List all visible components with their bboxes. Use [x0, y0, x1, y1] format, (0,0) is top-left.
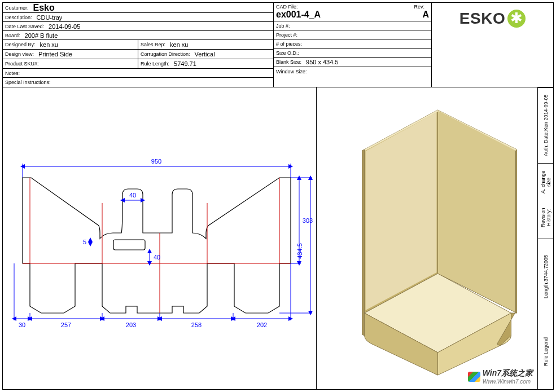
drawing-area: 950 303 434.5 — [3, 87, 553, 389]
dim-panel3: 203 — [126, 321, 136, 328]
svg-rect-3 — [113, 240, 145, 250]
dim-height-total: 434.5 — [296, 243, 303, 259]
dim-notch-w: 40 — [129, 192, 136, 199]
svg-marker-35 — [362, 149, 365, 336]
row-description: Description: CDU-tray — [3, 13, 273, 22]
label-salesrep: Sales Rep: — [141, 42, 165, 47]
sidebar-revhistory: Revision History: A. change size — [538, 163, 553, 239]
row-blanksize: Blank Size: 950 x 434.5 — [274, 58, 431, 67]
value-datesaved: 2014-09-05 — [49, 23, 80, 30]
titleblock-middle: CAD File: ex001-4_A Rev: A Job #: Projec… — [274, 3, 432, 87]
watermark-line1: Win7系统之家 — [483, 368, 533, 378]
revision-sidebar: Auth: Date: Ken 2014-09-05 Revision Hist… — [537, 87, 553, 389]
value-designview: Printed Side — [38, 51, 72, 58]
row-designedby-salesrep: Designed By: ken xu Sales Rep: ken xu — [3, 40, 273, 50]
label-blanksize: Blank Size: — [276, 59, 301, 65]
row-job: Job #: — [274, 21, 431, 30]
label-notes: Notes: — [5, 71, 20, 76]
label-designview: Design view: — [5, 51, 34, 57]
label-job: Job #: — [276, 23, 290, 29]
sidebar-auth: Auth: Date: Ken 2014-09-05 — [538, 87, 553, 163]
row-special: Special Instructions: — [3, 78, 273, 87]
label-windowsize: Window Size: — [276, 69, 307, 74]
dim-panel2: 257 — [61, 321, 71, 328]
watermark-flag-icon — [468, 372, 480, 382]
label-customer: Customer: — [5, 5, 29, 11]
dieline-svg: 950 303 434.5 — [3, 87, 316, 392]
value-customer: Esko — [33, 3, 55, 13]
sidebar-length: Length: 3744.7 2005 — [538, 239, 553, 314]
title-block: Customer: Esko Description: CDU-tray Dat… — [3, 3, 553, 87]
label-description: Description: — [5, 15, 32, 20]
row-designview-corrdir: Design view: Printed Side Corrugation Di… — [3, 50, 273, 59]
dim-tab: 5 — [83, 239, 86, 245]
row-sku-rulelen: Product SKU#: Rule Length: 5749.71 — [3, 59, 273, 69]
row-cadfile: CAD File: ex001-4_A Rev: A — [274, 3, 431, 21]
label-datesaved: Date Last Saved: — [5, 24, 44, 29]
watermark: Win7系统之家 Www.Winwin7.com — [468, 368, 533, 385]
label-rulelen: Rule Length: — [141, 61, 169, 67]
value-description: CDU-tray — [37, 14, 63, 21]
dim-notch-h: 40 — [154, 254, 160, 261]
logo-text: ESKO — [459, 10, 505, 28]
value-blanksize: 950 x 434.5 — [306, 59, 339, 65]
titleblock-logo-cell: ESKO — [432, 3, 553, 87]
value-designedby: ken xu — [40, 41, 58, 48]
dim-height-upper: 303 — [303, 217, 313, 224]
row-notes: Notes: — [3, 69, 273, 78]
watermark-line2: Www.Winwin7.com — [483, 378, 533, 385]
drawing-sheet: Customer: Esko Description: CDU-tray Dat… — [2, 2, 554, 390]
row-sizeod: Size O.D.: — [274, 49, 431, 58]
row-pieces: # of pieces: — [274, 39, 431, 49]
row-windowsize: Window Size: — [274, 67, 431, 76]
label-sku: Product SKU#: — [5, 61, 39, 67]
row-board: Board: 200# B flute — [3, 31, 273, 40]
esko-logo: ESKO — [459, 10, 526, 28]
row-datesaved: Date Last Saved: 2014-09-05 — [3, 22, 273, 31]
row-project: Project #: — [274, 30, 431, 39]
render-panel: Auth: Date: Ken 2014-09-05 Revision Hist… — [317, 87, 553, 389]
titleblock-left: Customer: Esko Description: CDU-tray Dat… — [3, 3, 274, 87]
label-corrdir: Corrugation Direction: — [141, 51, 190, 57]
sidebar-legend: Rule Legend — [538, 314, 553, 389]
dim-width-total: 950 — [151, 158, 161, 165]
label-special: Special Instructions: — [5, 80, 51, 85]
label-pieces: # of pieces: — [276, 41, 302, 47]
dim-panel1: 30 — [19, 321, 25, 328]
label-sizeod: Size O.D.: — [276, 50, 299, 56]
value-cadfile: ex001-4_A — [276, 10, 395, 20]
label-project: Project #: — [276, 32, 297, 38]
label-designedby: Designed By: — [5, 42, 36, 47]
dim-panel4: 258 — [191, 321, 202, 328]
flat-dieline-panel: 950 303 434.5 — [3, 87, 317, 389]
value-board: 200# B flute — [25, 32, 58, 39]
value-rulelen: 5749.71 — [174, 60, 196, 67]
dim-panel5: 202 — [257, 321, 267, 328]
label-rev: Rev: — [414, 4, 424, 10]
row-customer: Customer: Esko — [3, 3, 273, 13]
logo-star-icon — [507, 10, 526, 28]
label-board: Board: — [5, 33, 20, 38]
value-corrdir: Vertical — [195, 51, 215, 58]
value-salesrep: ken xu — [170, 41, 188, 48]
label-cadfile: CAD File: — [276, 4, 391, 10]
value-rev: A — [422, 10, 429, 20]
render-svg — [317, 87, 553, 392]
